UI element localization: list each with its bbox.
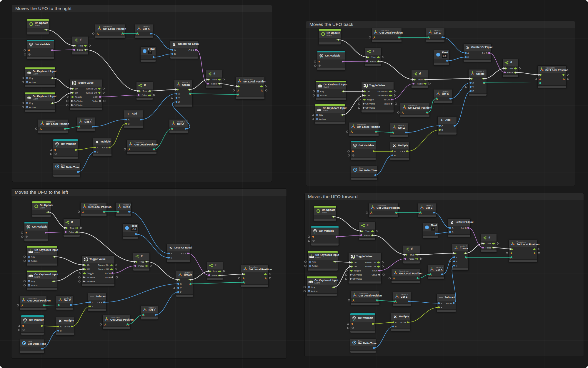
port-out[interactable] [435,233,437,234]
port-flow[interactable] [333,261,337,263]
port-flowIn[interactable] [482,242,485,245]
port-value[interactable] [41,325,43,327]
port-flowIn[interactable] [539,74,542,76]
port-obj[interactable] [352,154,354,157]
node-if[interactable]: IfTrueFalse [63,218,80,237]
port-pos[interactable] [539,82,542,84]
port-target[interactable] [539,78,542,80]
port-a[interactable] [125,119,127,120]
node-get-local-position[interactable]: TransformGet Local Position [391,269,420,283]
port-y[interactable] [176,97,177,99]
port-a[interactable] [171,49,173,51]
port-value[interactable] [51,49,53,51]
port-x[interactable] [176,93,177,95]
port-out[interactable] [41,348,43,349]
port-flowOut[interactable] [260,85,263,88]
port-pos[interactable] [510,256,513,259]
port-a[interactable] [392,150,393,152]
node-set-local-position[interactable]: TransformSet Local Position [241,265,269,287]
node-if[interactable]: IfTrueFalse [206,70,222,89]
node-set-local-position[interactable]: TransformSet Local Position [235,77,265,100]
port-a[interactable] [94,147,96,148]
node-on-update-event[interactable]: On UpdateEvent [319,29,341,45]
node-if[interactable]: IfTrueFalse [411,70,428,89]
port-a[interactable] [89,301,91,303]
node-on-keyboard-input-event[interactable]: On Keyboard InputEventKeyAction [26,246,58,266]
port-false[interactable] [424,82,427,85]
port-isOn[interactable] [378,270,380,271]
node-set-local-position[interactable]: TransformSet Local Position [537,65,567,88]
port-out[interactable] [70,304,72,306]
port-out[interactable] [103,210,105,213]
port-out[interactable] [433,212,435,213]
port-isOn[interactable] [391,99,392,100]
port-value[interactable] [111,276,113,278]
node-vector3-get-z[interactable]: Vector 3Get Z [418,203,436,218]
port-name[interactable] [54,149,56,151]
port-target[interactable] [373,36,376,39]
port-true[interactable] [218,270,221,273]
port-onValue[interactable] [71,100,73,102]
float-value-input[interactable]: 7 [148,51,152,54]
port-target[interactable] [237,89,239,92]
node-vector3-get-x[interactable]: Vector 3Get X [135,24,153,39]
port-flow[interactable] [44,29,48,31]
port-turnedOff[interactable] [98,92,101,94]
port-isOn[interactable] [99,96,101,98]
port-target[interactable] [96,32,99,35]
node-on-update-event[interactable]: On UpdateEvent [32,201,51,217]
port-obj[interactable] [22,329,25,331]
port-in[interactable] [427,36,430,39]
port-z[interactable] [177,291,179,293]
node-multiply[interactable]: ✕MultiplyAA × BB [56,317,74,336]
port-name[interactable] [312,236,314,238]
port-out[interactable] [446,60,448,62]
port-offValue[interactable] [363,107,364,109]
node-on-keyboard-input-event[interactable]: On Keyboard InputEventKeyAction [307,251,338,271]
port-true[interactable] [514,67,517,70]
node-if[interactable]: IfTrueFalse [502,59,519,77]
port-toggleIn[interactable] [363,98,366,101]
node-on-keyboard-input-event[interactable]: On Keyboard InputEventKeyAction [25,67,56,87]
node-vector3-get-z[interactable]: Vector 3Get Z [141,305,158,320]
node-toggle-value[interactable]: Toggle ValueOnTurned OnOffTurned OffTogg… [81,256,115,286]
port-out[interactable] [150,33,152,34]
port-flowOut[interactable] [188,88,191,91]
port-key[interactable] [308,286,310,288]
port-out[interactable] [153,148,155,151]
node-float-literal[interactable]: Float-7.8 [123,223,138,239]
node-multiply[interactable]: ✕MultiplyAA × BB [391,313,410,331]
port-a[interactable] [465,52,467,54]
port-x[interactable] [177,283,179,285]
port-obj[interactable] [352,327,354,329]
port-name[interactable] [352,150,354,152]
node-add[interactable]: +AddAB [124,110,143,129]
port-value[interactable] [391,103,392,105]
port-cond[interactable] [360,234,362,236]
node-if[interactable]: IfTrueFalse [207,262,223,280]
node-vector3-get-z[interactable]: Vector 3Get Z [390,123,408,137]
port-flow[interactable] [342,90,345,93]
node-vector3-get-x[interactable]: Vector 3Get X [434,89,453,104]
port-value[interactable] [45,232,46,233]
port-key[interactable] [28,256,30,258]
port-cond[interactable] [73,49,75,51]
port-flowIn[interactable] [65,227,68,229]
port-obj[interactable] [26,236,28,238]
port-value[interactable] [372,323,374,325]
port-target[interactable] [352,299,355,302]
port-out[interactable] [449,98,451,100]
node-on-update-event[interactable]: On UpdateEvent [314,206,337,222]
port-off[interactable] [350,265,353,268]
port-action[interactable] [28,284,30,286]
port-on[interactable] [350,261,353,264]
node-if[interactable]: IfTrueFalse [403,245,420,264]
port-out[interactable] [426,111,428,114]
port-b[interactable] [465,56,467,58]
port-true[interactable] [371,230,374,233]
port-off[interactable] [83,268,86,271]
port-out[interactable] [64,127,66,130]
port-out[interactable] [153,56,154,58]
node-vector3-get-z[interactable]: Vector 3Get Z [169,119,188,134]
port-true[interactable] [415,253,419,256]
